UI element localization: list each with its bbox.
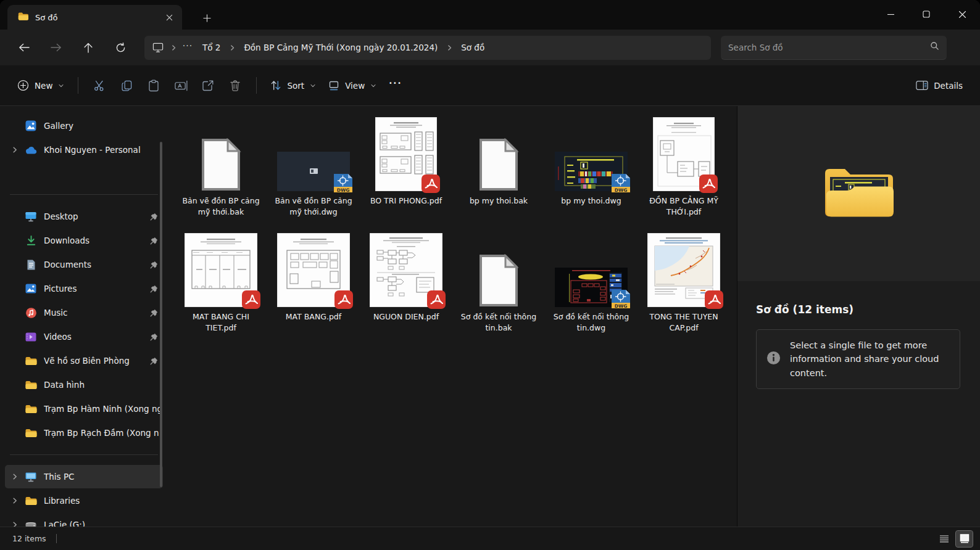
up-button[interactable]	[75, 36, 101, 59]
file-name-label: Sơ đồ kết nối thông tin.dwg	[552, 311, 630, 334]
desktop-icon	[23, 211, 38, 222]
file-item[interactable]: MAT BANG CHI TIET.pdf	[175, 231, 267, 347]
sidebar-item-gallery[interactable]: Gallery	[5, 114, 163, 138]
pin-icon	[147, 356, 160, 366]
pin-icon	[147, 260, 160, 269]
file-thumbnail: DWG	[545, 115, 637, 191]
explorer-tab[interactable]: Sơ đồ	[7, 5, 182, 30]
file-name-label: MAT BANG.pdf	[286, 311, 341, 322]
sidebar-item-tram-bp-rach-am-xong-n[interactable]: Trạm Bp Rạch Đầm (Xong n	[5, 421, 163, 445]
sidebar-item-pictures[interactable]: Pictures	[5, 277, 163, 300]
details-title: Sơ đồ (12 items)	[756, 303, 960, 316]
file-item[interactable]: ĐỒN BP CẢNG MỸ THỚI.pdf	[637, 115, 730, 231]
back-button[interactable]	[11, 36, 37, 59]
chevron-right-icon[interactable]	[444, 44, 455, 51]
sidebar-item-label: Khoi Nguyen - Personal	[44, 145, 160, 155]
file-item[interactable]: Sơ đồ kết nối thông tin.bak	[452, 231, 545, 347]
svg-text:DWG: DWG	[337, 187, 350, 193]
sidebar-item-data-hinh[interactable]: Data hình	[5, 373, 163, 396]
details-pane: Sơ đồ (12 items) Select a single file to…	[737, 106, 980, 527]
breadcrumb-segment[interactable]: Đồn BP Cảng Mỹ Thới (Xong ngày 20.01.202…	[238, 38, 444, 57]
breadcrumb-segment[interactable]: Tổ 2	[196, 38, 226, 57]
toolbar-separator	[256, 77, 257, 94]
sidebar-item-label: Gallery	[44, 121, 160, 131]
file-name-label: ĐỒN BP CẢNG MỸ THỚI.pdf	[645, 195, 723, 218]
pdf-badge-icon	[704, 290, 724, 310]
copy-button[interactable]	[113, 73, 140, 98]
chevron-right-icon[interactable]	[7, 521, 22, 527]
file-item[interactable]: bp my thoi.bak	[452, 115, 545, 231]
sidebar-item-label: Vẽ hồ sơ Biên Phòng	[44, 356, 147, 366]
file-item[interactable]: MAT BANG.pdf	[267, 231, 360, 347]
details-section: Sơ đồ (12 items) Select a single file to…	[737, 281, 980, 389]
chevron-right-icon[interactable]	[7, 473, 22, 480]
folder-icon	[23, 356, 38, 366]
new-button[interactable]: New	[11, 73, 70, 98]
file-item[interactable]: DWGSơ đồ kết nối thông tin.dwg	[545, 231, 637, 347]
tab-close-icon[interactable]	[161, 9, 177, 25]
file-thumbnail	[637, 115, 730, 191]
sidebar-item-ve-ho-so-bien-phong[interactable]: Vẽ hồ sơ Biên Phòng	[5, 349, 163, 372]
sidebar-item-libraries[interactable]: Libraries	[5, 489, 163, 512]
file-name-label: NGUON DIEN.pdf	[373, 311, 439, 322]
documents-icon	[23, 259, 38, 271]
file-item[interactable]: BO TRI PHONG.pdf	[360, 115, 452, 231]
forward-button[interactable]	[43, 36, 69, 59]
share-button[interactable]	[194, 73, 222, 98]
paste-button[interactable]	[140, 73, 167, 98]
chevron-right-icon[interactable]	[168, 44, 179, 51]
file-thumbnail	[360, 115, 452, 191]
sidebar-item-this-pc[interactable]: This PC	[5, 465, 163, 488]
chevron-right-icon[interactable]	[7, 497, 22, 504]
file-item[interactable]: DWGbp my thoi.dwg	[545, 115, 637, 231]
breadcrumb-overflow-button[interactable]: ···	[179, 41, 196, 54]
refresh-button[interactable]	[107, 36, 133, 59]
sidebar-item-label: Data hình	[44, 380, 160, 390]
file-thumbnail	[175, 231, 267, 307]
file-thumbnail	[360, 231, 452, 307]
details-pane-button[interactable]: Details	[910, 73, 969, 98]
file-name-label: Bản vẽ đồn BP cảng mỹ thới.dwg	[275, 195, 352, 218]
folder-icon	[23, 428, 38, 438]
file-thumbnail	[452, 115, 545, 191]
cut-button[interactable]	[86, 73, 113, 98]
file-name-label: bp my thoi.bak	[470, 195, 528, 207]
search-input[interactable]	[728, 43, 930, 52]
breadcrumb-segment-current[interactable]: Sơ đồ	[455, 38, 491, 57]
view-button[interactable]: View	[322, 73, 383, 98]
close-button[interactable]	[944, 0, 980, 28]
folder-icon	[23, 380, 38, 390]
sidebar-item-khoi-nguyen-personal[interactable]: Khoi Nguyen - Personal	[5, 138, 163, 162]
minimize-button[interactable]	[873, 0, 908, 28]
thispc-icon	[23, 471, 38, 482]
file-item[interactable]: Bản vẽ đồn BP cảng mỹ thới.bak	[175, 115, 267, 231]
sidebar-item-music[interactable]: Music	[5, 301, 163, 324]
search-icon[interactable]	[930, 41, 939, 53]
list-view-button[interactable]	[936, 531, 952, 547]
rename-button[interactable]	[167, 73, 194, 98]
pictures-icon	[23, 283, 38, 294]
thumbnail-view-button[interactable]	[956, 531, 973, 547]
info-icon	[766, 351, 781, 367]
sidebar-item-documents[interactable]: Documents	[5, 253, 163, 276]
more-options-button[interactable]: ···	[383, 73, 408, 98]
file-item[interactable]: NGUON DIEN.pdf	[360, 231, 452, 347]
window-controls	[873, 0, 980, 30]
sidebar-scrollbar[interactable]	[160, 142, 162, 487]
this-pc-monitor-icon[interactable]	[148, 43, 168, 52]
new-tab-button[interactable]	[196, 9, 217, 27]
sidebar-item-lacie-g[interactable]: LaCie (G:)	[5, 513, 163, 527]
sidebar-item-desktop[interactable]: Desktop	[5, 205, 163, 228]
maximize-button[interactable]	[908, 0, 944, 28]
sidebar-item-downloads[interactable]: Downloads	[5, 229, 163, 252]
sidebar-spacer	[0, 162, 168, 184]
dwg-badge-icon: DWG	[333, 173, 354, 194]
chevron-right-icon[interactable]	[7, 146, 22, 154]
sidebar-item-videos[interactable]: Videos	[5, 325, 163, 348]
sidebar-item-tram-bp-ham-ninh-xong-ng[interactable]: Trạm Bp Hàm Ninh (Xong ng	[5, 397, 163, 421]
sort-button[interactable]: Sort	[264, 73, 322, 98]
file-item[interactable]: TONG THE TUYEN CAP.pdf	[637, 231, 730, 347]
chevron-right-icon[interactable]	[226, 44, 238, 51]
delete-button[interactable]	[222, 73, 249, 98]
file-item[interactable]: DWGBản vẽ đồn BP cảng mỹ thới.dwg	[267, 115, 360, 231]
